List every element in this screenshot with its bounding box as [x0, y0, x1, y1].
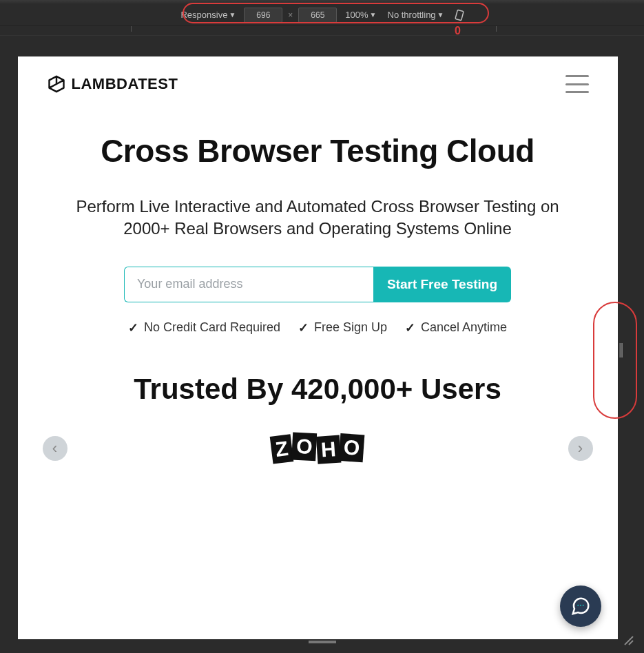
- client-logo-zoho: ZOHO: [271, 434, 364, 463]
- resize-handle-bottom[interactable]: [309, 641, 336, 643]
- hamburger-menu-button[interactable]: [565, 75, 589, 93]
- email-input[interactable]: [124, 267, 373, 302]
- dimension-separator: ×: [288, 10, 293, 20]
- svg-point-3: [582, 605, 583, 606]
- trusted-title: Trusted By 420,000+ Users: [18, 373, 618, 406]
- throttling-select[interactable]: No throttling ▼: [385, 8, 447, 21]
- svg-rect-0: [455, 10, 463, 20]
- throttling-label: No throttling: [388, 10, 436, 20]
- hero-subtitle: Perform Live Interactive and Automated C…: [39, 196, 597, 240]
- feature-item: ✓Cancel Anytime: [405, 320, 507, 335]
- viewport: LAMBDATEST Cross Browser Testing Cloud P…: [18, 56, 618, 639]
- rotate-button[interactable]: [453, 8, 466, 22]
- chevron-down-icon: ▼: [437, 11, 444, 19]
- check-icon: ✓: [298, 320, 309, 335]
- hero-title: Cross Browser Testing Cloud: [39, 132, 597, 169]
- feature-list: ✓No Credit Card Required ✓Free Sign Up ✓…: [39, 320, 597, 335]
- cta-form: Start Free Testing: [124, 267, 511, 302]
- zoom-label: 100%: [345, 10, 368, 20]
- svg-point-1: [577, 605, 579, 606]
- svg-line-4: [625, 636, 633, 645]
- carousel-prev-button[interactable]: ‹: [43, 436, 67, 461]
- chat-widget-button[interactable]: [560, 585, 601, 627]
- lambdatest-logo-icon: [47, 74, 66, 94]
- trusted-section: Trusted By 420,000+ Users ‹ ZOHO ›: [18, 373, 618, 462]
- resize-handle-corner[interactable]: [623, 635, 634, 649]
- check-icon: ✓: [405, 320, 415, 335]
- start-free-testing-button[interactable]: Start Free Testing: [373, 267, 511, 302]
- ruler: [0, 26, 644, 36]
- annotation-label: 0: [455, 25, 461, 37]
- hero: Cross Browser Testing Cloud Perform Live…: [18, 101, 618, 335]
- svg-line-5: [629, 641, 633, 645]
- chevron-down-icon: ▼: [229, 11, 236, 19]
- resize-handle-right[interactable]: ||: [619, 340, 622, 358]
- chevron-down-icon: ▼: [370, 11, 377, 19]
- logo-text: LAMBDATEST: [72, 75, 178, 93]
- check-icon: ✓: [128, 320, 138, 335]
- feature-item: ✓Free Sign Up: [298, 320, 387, 335]
- svg-point-2: [580, 605, 581, 606]
- device-mode-select[interactable]: Responsive ▼: [178, 8, 238, 21]
- feature-item: ✓No Credit Card Required: [128, 320, 280, 335]
- viewport-width-input[interactable]: [244, 8, 282, 23]
- logo-carousel: ‹ ZOHO ›: [18, 435, 618, 462]
- device-mode-label: Responsive: [180, 10, 227, 20]
- carousel-next-button[interactable]: ›: [568, 436, 593, 461]
- logo[interactable]: LAMBDATEST: [47, 74, 178, 94]
- site-header: LAMBDATEST: [18, 56, 618, 101]
- viewport-height-input[interactable]: [298, 8, 337, 23]
- zoom-select[interactable]: 100% ▼: [342, 8, 379, 21]
- devtools-toolbar: Responsive ▼ × 100% ▼ No throttling ▼: [0, 4, 644, 26]
